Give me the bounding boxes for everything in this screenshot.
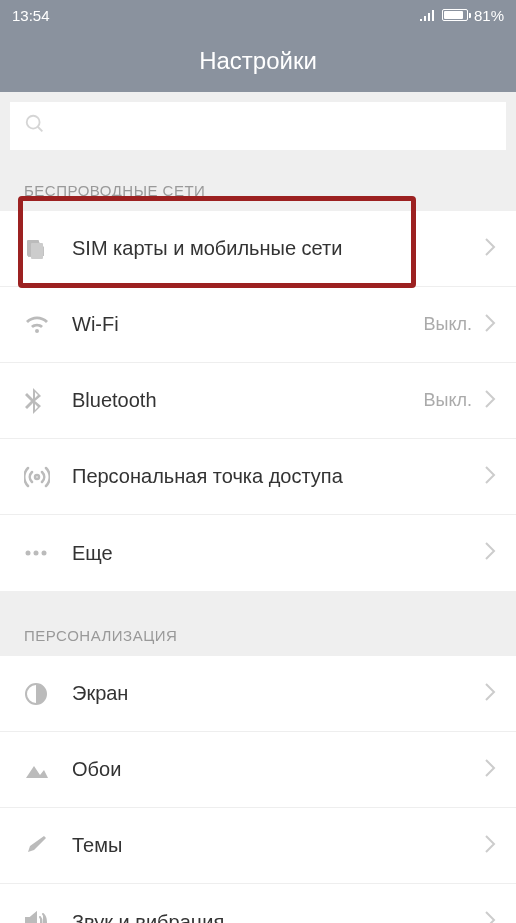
- row-label: Звук и вибрация: [72, 911, 484, 924]
- row-value: Выкл.: [423, 314, 472, 335]
- row-display[interactable]: Экран: [0, 656, 516, 732]
- list-wireless: SIM карты и мобильные сети Wi-Fi Выкл. B…: [0, 211, 516, 591]
- svg-line-1: [38, 127, 43, 132]
- row-label: Темы: [72, 834, 484, 857]
- status-bar: 13:54 81%: [0, 0, 516, 30]
- chevron-right-icon: [484, 910, 496, 923]
- svg-point-0: [27, 116, 40, 129]
- wifi-icon: [24, 315, 72, 335]
- row-label: Персональная точка доступа: [72, 465, 484, 488]
- row-wifi[interactable]: Wi-Fi Выкл.: [0, 287, 516, 363]
- row-label: Экран: [72, 682, 484, 705]
- chevron-right-icon: [484, 465, 496, 489]
- chevron-right-icon: [484, 682, 496, 706]
- svg-rect-3: [31, 243, 43, 259]
- sim-icon: [24, 237, 72, 261]
- section-header-wireless: БЕСПРОВОДНЫЕ СЕТИ: [0, 164, 516, 211]
- more-icon: [24, 549, 72, 557]
- row-label: Еще: [72, 542, 484, 565]
- battery-icon: [442, 9, 468, 21]
- status-right: 81%: [420, 7, 504, 24]
- bluetooth-icon: [24, 388, 72, 414]
- row-hotspot[interactable]: Персональная точка доступа: [0, 439, 516, 515]
- display-icon: [24, 682, 72, 706]
- row-label: Wi-Fi: [72, 313, 423, 336]
- search-bar[interactable]: [10, 102, 506, 150]
- row-value: Выкл.: [423, 390, 472, 411]
- sound-icon: [24, 911, 72, 923]
- chevron-right-icon: [484, 389, 496, 413]
- hotspot-icon: [24, 466, 72, 488]
- row-sound[interactable]: Звук и вибрация: [0, 884, 516, 923]
- chevron-right-icon: [484, 237, 496, 261]
- wallpaper-icon: [24, 760, 72, 780]
- chevron-right-icon: [484, 758, 496, 782]
- search-icon: [24, 113, 46, 139]
- header: Настройки: [0, 30, 516, 92]
- chevron-right-icon: [484, 541, 496, 565]
- row-more[interactable]: Еще: [0, 515, 516, 591]
- row-label: Обои: [72, 758, 484, 781]
- row-label: SIM карты и мобильные сети: [72, 237, 484, 260]
- svg-point-5: [34, 551, 39, 556]
- row-label: Bluetooth: [72, 389, 423, 412]
- search-container: [0, 92, 516, 164]
- signal-icon: [420, 7, 436, 24]
- list-personalization: Экран Обои Темы Звук и вибрация: [0, 656, 516, 923]
- svg-point-6: [42, 551, 47, 556]
- row-bluetooth[interactable]: Bluetooth Выкл.: [0, 363, 516, 439]
- section-header-personalization: ПЕРСОНАЛИЗАЦИЯ: [0, 609, 516, 656]
- row-themes[interactable]: Темы: [0, 808, 516, 884]
- row-wallpaper[interactable]: Обои: [0, 732, 516, 808]
- svg-point-4: [26, 551, 31, 556]
- battery-percent: 81%: [474, 7, 504, 24]
- page-title: Настройки: [199, 47, 317, 75]
- status-time: 13:54: [12, 7, 50, 24]
- chevron-right-icon: [484, 313, 496, 337]
- chevron-right-icon: [484, 834, 496, 858]
- themes-icon: [24, 834, 72, 858]
- row-sim[interactable]: SIM карты и мобильные сети: [0, 211, 516, 287]
